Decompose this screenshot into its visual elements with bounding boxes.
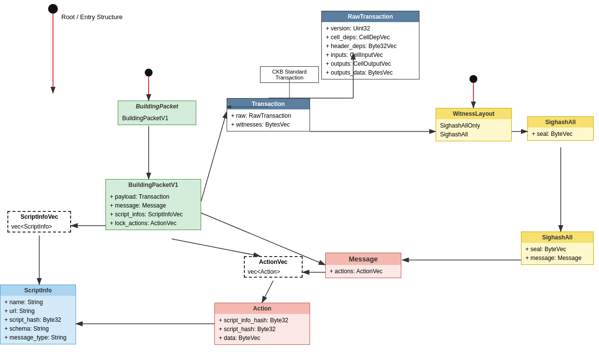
sighash-all-right-node: SighashAll + seal: ByteVec [527,116,594,141]
message-body: + actions: ActionVec [326,265,401,278]
transaction-field-2: + witnesses: BytesVec [231,120,306,129]
action-vec-body: vec<Action> [245,267,302,277]
script-info-body: + name: String + url: String + script_ha… [0,296,76,344]
building-packet-v1-field-3: + script_infos: ScriptInfoVec [110,210,197,219]
action-vec-header: ActionVec [245,257,302,267]
root-label: Root / Entry Structure [61,13,123,21]
sighash-all-right-body: + seal: ByteVec [528,128,593,140]
action-node: Action + script_info_hash: Byte32 + scri… [214,303,310,345]
message-field-1: + actions: ActionVec [330,267,397,276]
building-packet-v1-header: BuildingPacketV1 [106,180,201,190]
raw-transaction-field-6: + outputs_data: BytesVec [326,68,415,77]
script-info-header: ScriptInfo [0,285,76,296]
script-info-node: ScriptInfo + name: String + url: String … [0,285,76,344]
script-info-field-5: + message_type: String [4,333,72,342]
action-vec-node: ActionVec vec<Action> [244,256,303,278]
raw-transaction-field-2: + cell_deps: CellDepVec [326,33,415,42]
witness-layout-field-2: SighashAll [440,130,507,139]
raw-transaction-header: RawTransaction [322,11,419,22]
building-packet-v1-field-1: + payload: Transaction [110,192,197,201]
script-info-vec-body: vec<ScriptInfo> [8,222,70,232]
building-packet-abstract-field-1: BuildingPacketV1 [122,114,192,123]
sighash-all-bottom-field-2: + message: Message [525,254,589,262]
script-info-field-1: + name: String [4,298,72,307]
sighash-all-right-header: SighashAll [528,117,593,128]
building-packet-v1-body: + payload: Transaction + message: Messag… [106,190,201,230]
building-packet-abstract-body: BuildingPacketV1 [118,112,196,125]
script-info-vec-header: ScriptInfoVec [8,212,70,222]
raw-transaction-node: RawTransaction + version: Uint32 + cell_… [321,11,419,79]
raw-transaction-field-4: + inputs: CellInputVec [326,51,415,59]
action-body: + script_info_hash: Byte32 + script_hash… [215,314,310,344]
ckb-label: CKB StandardTransaction [260,66,319,83]
witness-layout-entry-dot [469,75,477,83]
witness-layout-field-1: SighashAllOnly [440,121,507,130]
script-info-field-4: + schema: String [4,324,72,333]
building-packet-v1-field-2: + message: Message [110,201,197,210]
transaction-body: + raw: RawTransaction + witnesses: Bytes… [227,109,310,131]
svg-line-13 [262,281,273,303]
witness-layout-body: SighashAllOnly SighashAll [436,119,511,141]
raw-transaction-field-3: + header_deps: Byte32Vec [326,42,415,51]
sighash-all-bottom-node: SighashAll + seal: ByteVec + message: Me… [521,232,594,265]
building-packet-abstract-header: BuildingPacket [118,101,196,112]
action-field-2: + script_hash: Byte32 [219,325,306,334]
sighash-all-bottom-field-1: + seal: ByteVec [525,245,589,254]
witness-layout-node: WitnessLayout SighashAllOnly SighashAll [436,108,512,141]
action-field-3: + data: ByteVec [219,334,306,342]
script-info-vec-node: ScriptInfoVec vec<ScriptInfo> [7,211,71,233]
transaction-header: Transaction [227,99,310,109]
script-info-field-2: + url: String [4,307,72,315]
building-packet-entry-dot [145,69,153,77]
sighash-all-bottom-header: SighashAll [521,232,593,243]
message-node: Message + actions: ActionVec [325,253,401,278]
root-dot [48,4,58,14]
witness-layout-header: WitnessLayout [436,108,511,119]
action-field-1: + script_info_hash: Byte32 [219,316,306,325]
sighash-all-bottom-body: + seal: ByteVec + message: Message [521,243,593,264]
transaction-field-1: + raw: RawTransaction [231,111,306,120]
transaction-node: Transaction + raw: RawTransaction + witn… [227,98,310,131]
svg-line-5 [201,112,227,201]
script-info-field-3: + script_hash: Byte32 [4,315,72,324]
raw-transaction-field-5: + outputs: CellOutputVec [326,59,415,68]
svg-line-12 [172,239,260,256]
raw-transaction-body: + version: Uint32 + cell_deps: CellDepVe… [322,22,419,79]
raw-transaction-field-1: + version: Uint32 [326,24,415,33]
building-packet-v1-field-4: + lock_actions: ActionVec [110,219,197,228]
message-header: Message [326,253,401,265]
building-packet-v1-node: BuildingPacketV1 + payload: Transaction … [105,179,201,230]
sighash-all-right-field-1: + seal: ByteVec [532,130,589,138]
building-packet-abstract-node: BuildingPacket BuildingPacketV1 [118,101,196,125]
action-header: Action [215,303,310,314]
